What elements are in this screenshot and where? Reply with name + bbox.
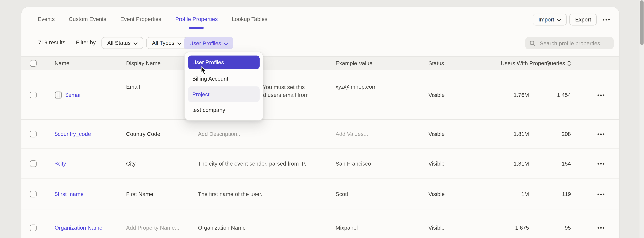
row-menu-button[interactable]: ••• <box>596 159 607 168</box>
display-name-cell[interactable]: Add Property Name... <box>126 225 179 231</box>
row-checkbox[interactable] <box>30 92 36 98</box>
display-name-cell[interactable]: Email <box>126 84 140 90</box>
table-row: $email Email The user's email address. Y… <box>22 70 620 120</box>
chevron-down-icon <box>177 40 182 46</box>
description-cell[interactable]: Add Description... <box>198 130 242 138</box>
ellipsis-icon: ••• <box>597 225 606 230</box>
dropdown-item-billing-account[interactable]: Billing Account <box>188 71 260 86</box>
table-row: $country_code Country Code Add Descripti… <box>22 120 620 149</box>
mouse-cursor <box>201 66 207 75</box>
tab-lookup-tables[interactable]: Lookup Tables <box>232 16 267 22</box>
column-header-status[interactable]: Status <box>428 60 444 66</box>
dropdown-item-project[interactable]: Project <box>188 86 260 102</box>
tab-profile-properties[interactable]: Profile Properties <box>175 16 218 22</box>
property-name-link[interactable]: $email <box>65 92 82 98</box>
example-value-cell[interactable]: Scott <box>336 191 348 197</box>
ellipsis-icon: ••• <box>597 92 606 98</box>
dropdown-item-user-profiles[interactable]: User Profiles <box>188 56 260 69</box>
description-cell[interactable]: The first name of the user. <box>198 190 262 198</box>
tab-bar: Events Custom Events Event Properties Pr… <box>38 12 268 26</box>
select-all-checkbox[interactable] <box>30 60 36 67</box>
status-cell[interactable]: Visible <box>428 161 444 167</box>
export-button[interactable]: Export <box>569 14 597 26</box>
more-menu-button[interactable]: ••• <box>601 14 612 26</box>
profile-entity-dropdown: User Profiles Billing Account Project te… <box>184 52 263 120</box>
profile-entity-filter-label: User Profiles <box>189 40 221 46</box>
status-cell[interactable]: Visible <box>428 225 444 231</box>
tab-events[interactable]: Events <box>38 16 55 22</box>
property-name-link[interactable]: $city <box>55 161 66 167</box>
import-button[interactable]: Import <box>533 14 567 26</box>
property-name-link[interactable]: Organization Name <box>55 225 102 231</box>
row-menu-button[interactable]: ••• <box>596 130 607 138</box>
display-name-cell[interactable]: First Name <box>126 191 153 197</box>
type-filter-label: All Types <box>152 40 174 46</box>
search-icon <box>530 40 536 46</box>
status-cell[interactable]: Visible <box>428 92 444 98</box>
row-checkbox[interactable] <box>30 160 36 167</box>
name-cell: $email <box>55 91 82 98</box>
column-header-queries[interactable]: Queries <box>546 60 571 66</box>
column-header-name[interactable]: Name <box>55 60 70 66</box>
tab-custom-events[interactable]: Custom Events <box>69 16 106 22</box>
row-menu-button[interactable]: ••• <box>596 189 607 198</box>
name-cell: $country_code <box>55 131 91 137</box>
example-value-cell[interactable]: San Francisco <box>336 161 371 167</box>
column-header-users-with-property[interactable]: Users With Property <box>501 60 550 66</box>
ellipsis-icon: ••• <box>597 191 606 197</box>
dropdown-item-test-company[interactable]: test company <box>188 102 260 118</box>
example-value-cell[interactable]: xyz@lmnop.com <box>336 84 377 90</box>
ellipsis-icon: ••• <box>597 131 606 137</box>
description-cell[interactable]: Organization Name <box>198 224 246 232</box>
property-name-link[interactable]: $country_code <box>55 131 91 137</box>
table-grid-icon <box>55 91 62 98</box>
status-filter-button[interactable]: All Status <box>102 37 144 49</box>
filter-by-label: Filter by <box>76 40 96 46</box>
tab-event-properties[interactable]: Event Properties <box>120 16 161 22</box>
table-body: $email Email The user's email address. Y… <box>22 70 620 238</box>
page-scrollbar-thumb[interactable] <box>640 1 644 45</box>
profile-entity-filter-button[interactable]: User Profiles <box>184 37 233 49</box>
queries-cell: 119 <box>562 191 571 197</box>
name-cell: $first_name <box>55 191 84 197</box>
row-checkbox[interactable] <box>30 224 36 231</box>
table-row: Organization Name Add Property Name... O… <box>22 209 620 238</box>
divider <box>70 36 70 50</box>
table-row: $city City The city of the event sender,… <box>22 149 620 179</box>
users-with-property-cell: 1M <box>521 191 529 197</box>
description-line: Organization Name <box>198 224 246 232</box>
name-cell: Organization Name <box>55 225 102 231</box>
example-value-cell[interactable]: Mixpanel <box>336 225 358 231</box>
search-box[interactable] <box>525 37 614 49</box>
status-cell[interactable]: Visible <box>428 131 444 137</box>
row-checkbox[interactable] <box>30 131 36 137</box>
description-line: Add Description... <box>198 130 242 138</box>
queries-header-label: Queries <box>546 60 565 66</box>
search-input[interactable] <box>539 40 610 47</box>
queries-cell: 95 <box>565 225 571 231</box>
toolbar: Import Export ••• <box>533 14 612 26</box>
description-cell[interactable]: The city of the event sender, parsed fro… <box>198 160 306 168</box>
row-checkbox[interactable] <box>30 191 36 197</box>
results-count[interactable]: 719 results <box>38 40 65 46</box>
table-header: Name Display Name Example Value Status U… <box>22 56 620 70</box>
users-with-property-cell: 1.76M <box>514 92 529 98</box>
column-header-example-value[interactable]: Example Value <box>336 60 372 66</box>
row-menu-button[interactable]: ••• <box>596 90 607 99</box>
column-header-display-name[interactable]: Display Name <box>126 60 160 66</box>
display-name-cell[interactable]: Country Code <box>126 131 160 137</box>
filter-bar: 719 results Filter by All Status All Typ… <box>0 37 644 49</box>
description-line: The city of the event sender, parsed fro… <box>198 160 306 168</box>
queries-cell: 208 <box>562 131 571 137</box>
status-cell[interactable]: Visible <box>428 191 444 197</box>
ellipsis-icon: ••• <box>597 161 606 166</box>
chevron-down-icon <box>134 40 138 46</box>
tab-label: Profile Properties <box>175 16 218 22</box>
display-name-cell[interactable]: City <box>126 161 136 167</box>
example-value-cell[interactable]: Add Values... <box>336 131 368 137</box>
type-filter-button[interactable]: All Types <box>146 37 187 49</box>
status-filter-label: All Status <box>107 40 131 46</box>
property-name-link[interactable]: $first_name <box>55 191 84 197</box>
profile-properties-page: Events Custom Events Event Properties Pr… <box>0 0 644 238</box>
row-menu-button[interactable]: ••• <box>596 223 607 232</box>
